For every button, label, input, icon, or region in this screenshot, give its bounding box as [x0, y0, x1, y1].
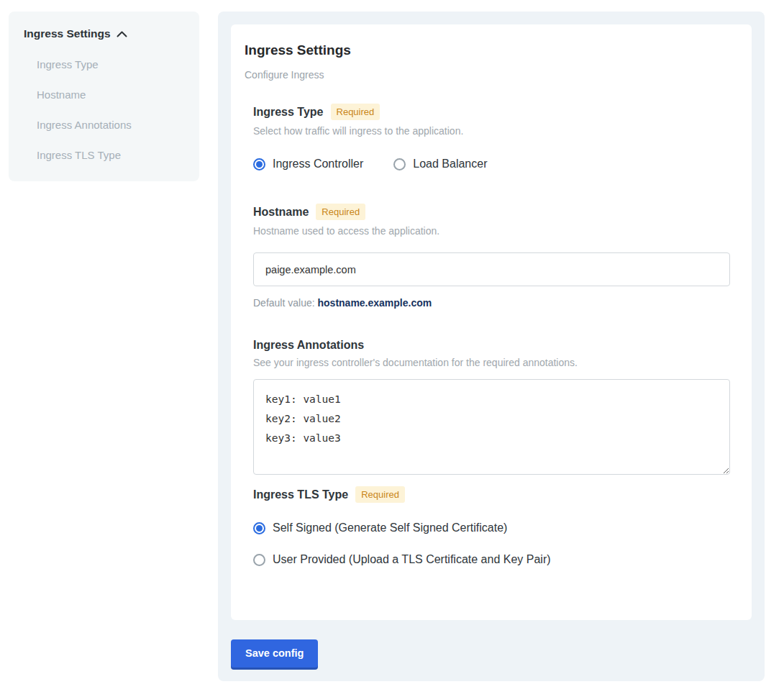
radio-ingress-controller[interactable]: Ingress Controller	[253, 158, 363, 170]
sidebar-item-ingress-tls-type[interactable]: Ingress TLS Type	[37, 149, 185, 161]
radio-label: Self Signed (Generate Self Signed Certif…	[273, 521, 507, 534]
sidebar-group-label: Ingress Settings	[24, 27, 111, 40]
section-heading: Ingress TLS Type Required	[253, 486, 730, 503]
section-label: Hostname	[253, 206, 309, 219]
sidebar-item-hostname[interactable]: Hostname	[37, 88, 185, 101]
required-badge: Required	[355, 486, 405, 503]
default-value-label: Default value:	[253, 297, 315, 309]
section-label: Ingress Annotations	[253, 339, 364, 352]
radio-button-icon[interactable]	[253, 522, 265, 534]
sidebar-group-ingress-settings[interactable]: Ingress Settings	[24, 27, 185, 40]
section-label: Ingress TLS Type	[253, 488, 348, 501]
config-main-panel: Ingress Settings Configure Ingress Ingre…	[218, 12, 765, 681]
radio-label: User Provided (Upload a TLS Certificate …	[273, 553, 551, 566]
ingress-settings-card: Ingress Settings Configure Ingress Ingre…	[231, 24, 752, 620]
sidebar-item-ingress-annotations[interactable]: Ingress Annotations	[37, 119, 185, 131]
section-hostname: Hostname Required Hostname used to acces…	[253, 204, 730, 309]
page-subtitle: Configure Ingress	[245, 69, 730, 81]
ingress-type-radio-group: Ingress Controller Load Balancer	[253, 158, 730, 170]
chevron-up-icon	[117, 27, 127, 40]
hostname-input[interactable]	[253, 252, 730, 286]
section-ingress-type: Ingress Type Required Select how traffic…	[253, 104, 730, 170]
required-badge: Required	[316, 204, 365, 220]
radio-self-signed[interactable]: Self Signed (Generate Self Signed Certif…	[253, 521, 730, 534]
config-nav-sidebar: Ingress Settings Ingress Type Hostname I…	[9, 12, 199, 181]
radio-button-icon[interactable]	[393, 158, 406, 170]
radio-label: Load Balancer	[413, 158, 487, 170]
save-config-button[interactable]: Save config	[231, 639, 318, 668]
sidebar-item-ingress-type[interactable]: Ingress Type	[37, 58, 185, 70]
section-ingress-annotations: Ingress Annotations See your ingress con…	[253, 339, 730, 475]
help-text: See your ingress controller's documentat…	[253, 357, 730, 368]
radio-button-icon[interactable]	[253, 554, 265, 566]
radio-user-provided[interactable]: User Provided (Upload a TLS Certificate …	[253, 553, 730, 566]
ingress-annotations-textarea[interactable]: key1: value1 key2: value2 key3: value3	[253, 379, 730, 475]
page-title: Ingress Settings	[245, 42, 730, 58]
help-text: Hostname used to access the application.	[253, 225, 730, 237]
config-sections: Ingress Type Required Select how traffic…	[253, 104, 730, 566]
section-ingress-tls-type: Ingress TLS Type Required Self Signed (G…	[253, 486, 730, 566]
hostname-default-line: Default value: hostname.example.com	[253, 297, 730, 309]
section-heading: Ingress Annotations	[253, 339, 730, 352]
radio-button-icon[interactable]	[253, 158, 265, 170]
tls-type-radio-group: Self Signed (Generate Self Signed Certif…	[253, 521, 730, 566]
section-label: Ingress Type	[253, 106, 324, 119]
sidebar-item-list: Ingress Type Hostname Ingress Annotation…	[24, 58, 185, 161]
required-badge: Required	[331, 104, 380, 120]
help-text: Select how traffic will ingress to the a…	[253, 125, 730, 137]
radio-label: Ingress Controller	[273, 158, 363, 170]
section-heading: Ingress Type Required	[253, 104, 730, 120]
radio-load-balancer[interactable]: Load Balancer	[393, 158, 487, 170]
section-heading: Hostname Required	[253, 204, 730, 220]
default-value-text: hostname.example.com	[318, 297, 432, 309]
